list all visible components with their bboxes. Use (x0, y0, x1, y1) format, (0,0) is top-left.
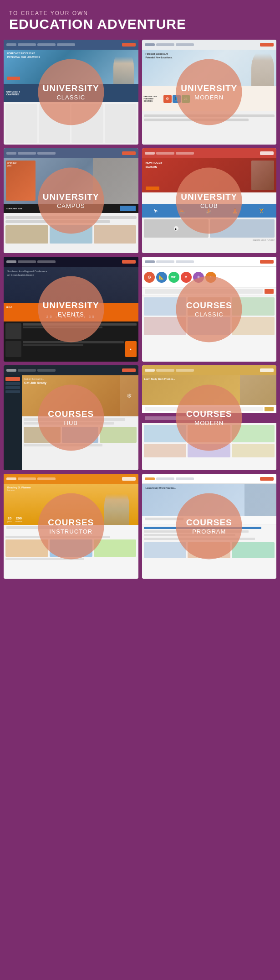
nav-item (176, 152, 194, 155)
nav-logo (6, 260, 16, 263)
card-university-events[interactable]: Southeast Asia Regional Conferenceon Gro… (4, 257, 138, 362)
overlay-title: COURSES (48, 409, 94, 419)
sidebar-item (5, 390, 20, 393)
overlay-title: UNIVERSITY (43, 301, 99, 310)
stat-value: 200 (15, 516, 22, 520)
overlay-title: UNIVERSITY (181, 83, 237, 93)
nav-item (37, 260, 56, 263)
nav-cta (260, 477, 274, 481)
sport-icon-1: ⛷ (154, 208, 158, 213)
nav-item (176, 369, 194, 372)
nav-logo (145, 369, 155, 372)
overlay-courses-modern: COURSES MODERN (176, 385, 242, 451)
course-icon: ⚙ (144, 272, 155, 283)
overlay-title: COURSES (48, 518, 94, 527)
overlay-subtitle: MODERN (194, 420, 224, 426)
block-4 (105, 104, 137, 143)
sidebar-item (5, 382, 20, 385)
card-university-campus[interactable]: OPEN DAY2018 SUBSCRIBE NOW UNIVERSITY CA… (4, 148, 138, 253)
nav-item (176, 260, 194, 263)
nav-logo (145, 152, 155, 155)
overlay-courses-classic: COURSES CLASSIC (176, 276, 242, 342)
card-courses-instructor[interactable]: 20 years 200 students Bradley X. Platero… (4, 474, 138, 579)
search-btn (265, 289, 274, 294)
nav-logo (6, 369, 16, 372)
card-university-classic[interactable]: Forecast Success AtPotential New Locatio… (4, 40, 138, 145)
subscribe-text: SUBSCRIBE NOW (6, 207, 22, 210)
overlay-subtitle: CLUB (200, 202, 218, 209)
overlay-title: COURSES (186, 301, 232, 310)
nav-item (156, 152, 174, 155)
tagline: Imagine your future! (144, 239, 275, 241)
thumb (232, 542, 275, 558)
hero-tagline: Get on the road to... (24, 378, 136, 380)
overlay-university-campus: UNIVERSITY CAMPUS (38, 168, 104, 234)
course-icon-1: ⚙ (163, 95, 172, 103)
sport-icon-5: 🏋 (259, 208, 264, 213)
mock-nav (142, 257, 277, 267)
mock-nav (4, 148, 138, 158)
cta-text: ▶ (130, 348, 132, 350)
overlay-subtitle: PROGRAM (192, 528, 226, 535)
hero-text: New RugbySeason (146, 161, 163, 169)
nav-logo (145, 43, 155, 46)
speaker-1 (5, 323, 21, 339)
hero-image (244, 484, 276, 516)
speaker-row-2: ▶ (5, 341, 137, 357)
overlay-subtitle: EVENTS (58, 311, 84, 318)
hero-text: Forecast Success AtPotential New Locatio… (7, 52, 40, 59)
mock-nav (4, 365, 138, 375)
nav-item (18, 369, 36, 372)
overlay-title: COURSES (186, 518, 232, 527)
overlay-courses-program: COURSES PROGRAM (176, 493, 242, 560)
nav-item (37, 477, 56, 480)
mock-nav (4, 257, 138, 267)
overlay-subtitle: HUB (64, 420, 78, 426)
courses-label: Explore ourFeaturedCourses (144, 95, 162, 102)
hero-image (113, 50, 134, 84)
nav-cta (260, 260, 274, 264)
nav-cta (260, 43, 274, 47)
course-thumb (144, 444, 187, 457)
card-courses-modern[interactable]: Learn Study Work Practice... (142, 365, 277, 470)
card-grid: Forecast Success AtPotential New Locatio… (0, 40, 280, 582)
subscribe-btn (120, 206, 136, 211)
mock-nav (142, 148, 277, 158)
card-university-modern[interactable]: Forecast Success AtPotential New Locatio… (142, 40, 277, 145)
overlay-subtitle: INSTRUCTOR (49, 528, 92, 535)
instructor-info: Bradley X. Platero Instructor (7, 486, 31, 491)
card-university-club[interactable]: New RugbySeason 350 | 100 ⛷ 🏊 🏄 🧘 🏋 ▶ (142, 148, 277, 253)
hero-title: Get Job Ready (24, 381, 136, 384)
stat-1: 20 years (7, 516, 12, 523)
speaker-2 (5, 341, 21, 357)
nav-item (37, 152, 56, 155)
mock-nav (142, 474, 277, 484)
nav-logo (145, 260, 155, 263)
card-courses-hub[interactable]: Get on the road to... Get Job Ready ❄ CO… (4, 365, 138, 470)
nav-logo (6, 477, 16, 480)
nav-logo (6, 43, 16, 46)
overlay-subtitle: MODERN (194, 94, 224, 101)
thumb (100, 427, 137, 443)
nav-logo (145, 477, 155, 480)
nav-item (57, 43, 75, 46)
mock-nav (142, 365, 277, 375)
card-courses-program[interactable]: Learn Study Work Practice... COURSES PRO… (142, 474, 277, 579)
hero-content: Learn Study Work Practice... (142, 375, 188, 384)
hero-text: Forecast Success AtPotential New Locatio… (146, 52, 173, 59)
card-courses-classic[interactable]: ⚙ 📐 WP M ⚛ £ COURSES (142, 257, 277, 362)
instructor-figure (104, 486, 129, 525)
stat-label: years (7, 520, 12, 523)
nav-item (156, 43, 174, 46)
sidebar-item (5, 377, 20, 381)
nav-item (18, 260, 36, 263)
overlay-courses-instructor: COURSES INSTRUCTOR (38, 493, 104, 560)
nav-item (156, 477, 174, 480)
search-btn (265, 407, 274, 411)
thumb (144, 542, 187, 558)
hero-cta (7, 77, 20, 80)
nav-item (176, 477, 194, 480)
overlay-university-classic: UNIVERSITY CLASSIC (38, 59, 104, 125)
hero-image (240, 375, 276, 405)
mock-nav (4, 474, 138, 484)
